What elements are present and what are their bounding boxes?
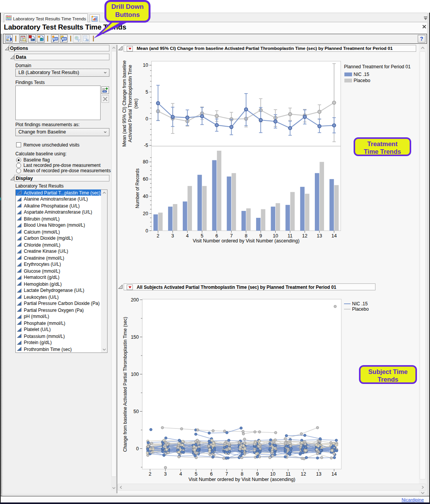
svg-text:3: 3: [171, 233, 174, 239]
svg-text:-5: -5: [144, 143, 148, 148]
svg-text:13: 13: [316, 471, 321, 477]
svg-text:12: 12: [301, 471, 306, 477]
svg-text:0: 0: [146, 228, 148, 234]
svg-text:4: 4: [179, 471, 182, 477]
svg-text:Activated Partial Thromboplast: Activated Partial Thromboplastin Time: [127, 65, 133, 142]
svg-text:12: 12: [302, 233, 308, 239]
svg-text:Number of Records: Number of Records: [135, 168, 140, 208]
svg-text:8: 8: [245, 233, 247, 239]
svg-text:40: 40: [143, 194, 148, 199]
svg-text:20: 20: [143, 211, 148, 216]
svg-text:6: 6: [215, 233, 218, 239]
svg-text:7: 7: [225, 471, 228, 477]
svg-text:7: 7: [230, 233, 233, 239]
svg-text:50: 50: [134, 409, 139, 414]
svg-text:11: 11: [286, 471, 291, 477]
svg-text:80: 80: [143, 159, 148, 165]
svg-text:4: 4: [186, 233, 189, 239]
svg-text:Planned Treatment for Period 0: Planned Treatment for Period 01: [344, 64, 411, 69]
svg-text:0: 0: [146, 116, 148, 122]
svg-text:Drill Down: Drill Down: [111, 3, 144, 10]
svg-text:6: 6: [210, 471, 213, 477]
svg-text:10: 10: [270, 471, 275, 477]
svg-text:NIC .15: NIC .15: [354, 72, 369, 77]
svg-text:2: 2: [149, 471, 151, 477]
svg-text:Change from baseline Activated: Change from baseline Activated Partial T…: [122, 317, 128, 452]
svg-text:5: 5: [201, 233, 203, 239]
svg-text:13: 13: [317, 233, 322, 239]
svg-text:Placebo: Placebo: [352, 306, 369, 312]
svg-text:(sec): (sec): [133, 99, 139, 109]
svg-text:8: 8: [241, 471, 243, 477]
svg-text:2: 2: [157, 233, 159, 239]
svg-text:9: 9: [256, 471, 259, 477]
svg-text:10: 10: [143, 63, 148, 68]
svg-text:5: 5: [195, 471, 197, 477]
svg-text:14: 14: [331, 233, 337, 239]
svg-text:Mean (and 95% CI) Change from: Mean (and 95% CI) Change from baseline: [122, 60, 127, 147]
svg-text:100: 100: [131, 372, 139, 377]
svg-text:Visit Number ordered by Visit: Visit Number ordered by Visit Number (as…: [193, 238, 299, 244]
svg-text:Placebo: Placebo: [354, 78, 370, 83]
svg-text:Buttons: Buttons: [115, 11, 140, 18]
svg-text:150: 150: [131, 334, 139, 340]
svg-text:9: 9: [260, 233, 262, 239]
svg-text:10: 10: [273, 233, 278, 239]
svg-text:Visit Number ordered by Visit: Visit Number ordered by Visit Number (as…: [189, 477, 295, 482]
svg-text:5: 5: [146, 89, 148, 95]
svg-text:3: 3: [164, 471, 167, 477]
svg-text:200: 200: [131, 297, 139, 303]
svg-text:14: 14: [331, 471, 337, 477]
svg-text:60: 60: [143, 176, 148, 182]
svg-text:NIC .15: NIC .15: [352, 301, 368, 306]
svg-text:11: 11: [288, 233, 293, 239]
svg-text:0: 0: [136, 446, 139, 451]
